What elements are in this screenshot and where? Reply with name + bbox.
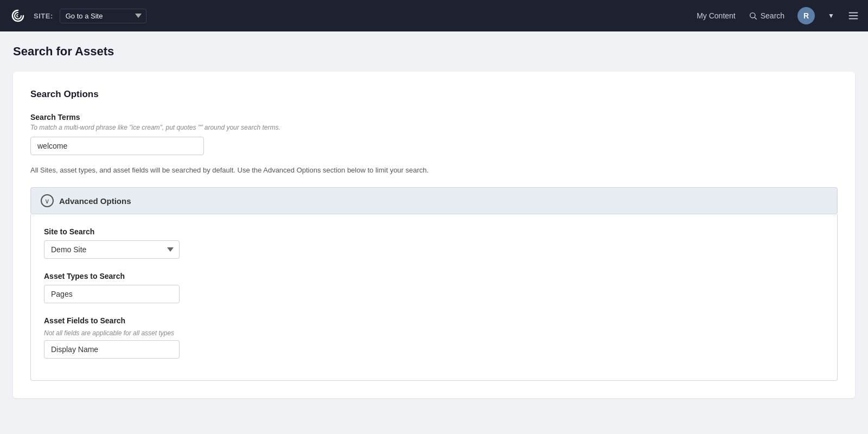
nav-left: SITE: Go to a Site: [9, 7, 146, 25]
advanced-options-section: ∨ Advanced Options Site to Search Demo S…: [30, 187, 838, 381]
site-to-search-label: Site to Search: [44, 227, 824, 236]
search-terms-hint: To match a multi-word phrase like "ice c…: [30, 124, 838, 131]
search-terms-input[interactable]: [30, 137, 204, 155]
user-menu-chevron[interactable]: ▼: [828, 12, 834, 20]
user-avatar[interactable]: R: [797, 7, 815, 24]
search-options-card: Search Options Search Terms To match a m…: [13, 72, 855, 398]
asset-fields-label: Asset Fields to Search: [44, 316, 824, 325]
advanced-options-toggle-icon[interactable]: ∨: [41, 194, 54, 207]
my-content-link[interactable]: My Content: [697, 11, 736, 20]
hamburger-menu[interactable]: [847, 10, 859, 22]
logo-icon[interactable]: [9, 7, 27, 25]
svg-point-0: [750, 13, 755, 18]
asset-fields-hint: Not all fields are applicable for all as…: [44, 329, 824, 337]
advanced-options-label: Advanced Options: [59, 196, 131, 206]
nav-right: My Content Search R ▼: [697, 7, 859, 24]
search-nav-button[interactable]: Search: [749, 11, 784, 20]
site-to-search-select[interactable]: Demo Site All Sites: [44, 240, 180, 259]
top-navigation: SITE: Go to a Site My Content Search R ▼: [0, 0, 868, 31]
search-terms-group: Search Terms To match a multi-word phras…: [30, 113, 838, 155]
section-title: Search Options: [30, 89, 838, 100]
page-title: Search for Assets: [13, 44, 855, 59]
site-to-search-group: Site to Search Demo Site All Sites: [44, 227, 824, 259]
advanced-options-body: Site to Search Demo Site All Sites Asset…: [30, 214, 838, 381]
page-wrapper: Search for Assets Search Options Search …: [0, 31, 868, 434]
asset-types-group: Asset Types to Search: [44, 272, 824, 303]
asset-fields-group: Asset Fields to Search Not all fields ar…: [44, 316, 824, 359]
search-nav-label: Search: [761, 11, 784, 20]
advanced-options-header[interactable]: ∨ Advanced Options: [30, 187, 838, 214]
search-terms-label: Search Terms: [30, 113, 838, 122]
svg-line-1: [755, 17, 757, 20]
site-selector[interactable]: Go to a Site: [60, 9, 146, 23]
asset-fields-input[interactable]: [44, 340, 180, 359]
site-label: SITE:: [34, 12, 53, 20]
asset-types-label: Asset Types to Search: [44, 272, 824, 280]
search-info-text: All Sites, asset types, and asset fields…: [30, 166, 838, 174]
asset-types-input[interactable]: [44, 285, 180, 303]
